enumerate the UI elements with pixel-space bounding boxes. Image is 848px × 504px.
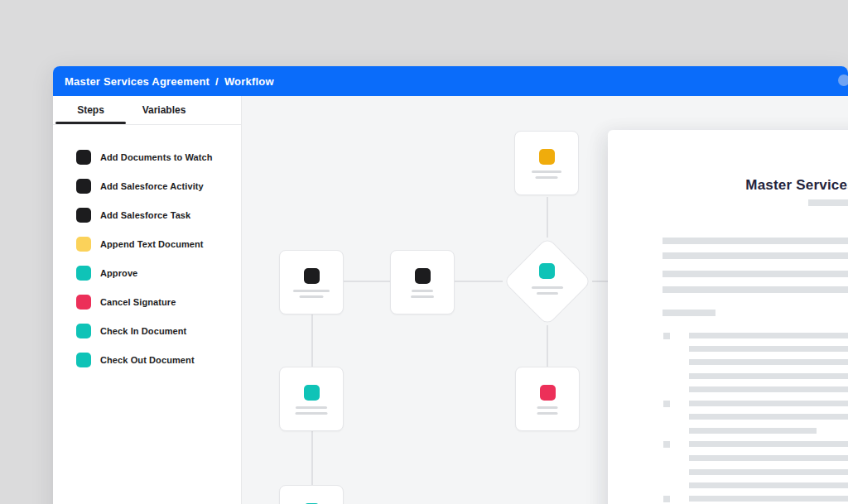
node-label-placeholder — [532, 286, 563, 289]
document-text-placeholder — [689, 441, 848, 447]
workflow-node-decision[interactable] — [503, 237, 592, 326]
step-item-check-out-document[interactable]: Check Out Document — [53, 345, 241, 374]
node-label-placeholder — [537, 292, 558, 295]
step-item-add-documents-to-watch[interactable]: Add Documents to Watch — [53, 142, 241, 171]
document-text-placeholder — [662, 252, 848, 259]
workflow-node-top[interactable] — [514, 131, 579, 195]
step-item-add-salesforce-activity[interactable]: Add Salesforce Activity — [53, 171, 241, 200]
step-type-icon — [76, 295, 91, 310]
step-item-label: Add Salesforce Task — [100, 210, 190, 220]
document-bullet — [663, 441, 670, 448]
step-item-append-text-document[interactable]: Append Text Document — [53, 229, 241, 258]
workflow-node-bottom-right[interactable] — [515, 367, 580, 431]
step-item-approve[interactable]: Approve — [53, 258, 241, 287]
node-step-icon — [304, 268, 320, 284]
workflow-node-middle[interactable] — [390, 250, 455, 314]
step-type-icon — [76, 179, 91, 194]
node-label-placeholder — [412, 290, 433, 292]
step-type-icon — [76, 150, 91, 165]
node-step-icon — [415, 268, 431, 284]
node-label-placeholder — [536, 176, 558, 179]
document-bullet — [663, 496, 670, 502]
document-text-placeholder — [662, 271, 848, 277]
workflow-node-bottom-left[interactable] — [279, 367, 344, 431]
node-step-icon — [304, 385, 320, 401]
connector-line — [311, 314, 313, 367]
document-text-placeholder — [689, 496, 848, 502]
step-type-icon — [76, 353, 91, 367]
workflow-node-partial[interactable] — [279, 485, 344, 504]
step-list: Add Documents to Watch Add Salesforce Ac… — [53, 125, 241, 374]
node-label-placeholder — [532, 170, 561, 173]
document-text-placeholder — [662, 310, 716, 316]
tab-bar: Steps Variables — [53, 96, 241, 125]
step-item-label: Check Out Document — [100, 355, 195, 365]
document-text-placeholder — [689, 455, 848, 461]
node-label-placeholder — [411, 295, 434, 298]
decision-diamond-shape — [503, 237, 591, 325]
connector-line — [547, 197, 548, 238]
document-text-placeholder — [689, 373, 848, 379]
step-item-cancel-signature[interactable]: Cancel Signature — [53, 287, 241, 316]
notification-dot — [838, 74, 848, 86]
document-text-placeholder — [689, 401, 848, 406]
document-text-placeholder — [662, 238, 848, 244]
step-item-add-salesforce-task[interactable]: Add Salesforce Task — [53, 200, 241, 229]
document-bullet — [663, 333, 670, 339]
node-label-placeholder — [537, 406, 558, 409]
sidebar: Steps Variables Add Documents to Watch A… — [53, 96, 242, 504]
document-title: Master Services Agreement — [608, 177, 848, 194]
step-item-label: Cancel Signature — [100, 297, 176, 307]
document-text-placeholder — [689, 414, 848, 420]
document-text-placeholder — [689, 333, 848, 338]
connector-line — [344, 281, 390, 282]
app-header: Master Services Agreement / Workflow — [53, 66, 848, 96]
document-text-placeholder — [689, 346, 848, 352]
document-text-placeholder — [662, 286, 848, 293]
step-item-label: Add Salesforce Activity — [100, 181, 204, 191]
tab-variables[interactable]: Variables — [126, 96, 202, 124]
workflow-node-left[interactable] — [279, 250, 344, 314]
step-type-icon — [76, 208, 91, 223]
document-subtitle-placeholder — [808, 199, 848, 206]
node-label-placeholder — [293, 290, 330, 292]
document-text-placeholder — [689, 359, 848, 365]
step-item-label: Check In Document — [100, 326, 186, 336]
step-item-check-in-document[interactable]: Check In Document — [53, 316, 241, 345]
connector-line — [547, 325, 548, 367]
breadcrumb-item-workflow: Workflow — [224, 75, 274, 88]
node-step-icon — [539, 149, 555, 165]
connector-line — [455, 281, 503, 282]
node-label-placeholder — [537, 412, 558, 415]
tab-steps[interactable]: Steps — [55, 96, 126, 124]
step-item-label: Add Documents to Watch — [100, 152, 213, 162]
app-window: Master Services Agreement / Workflow Ste… — [53, 66, 848, 504]
step-type-icon — [76, 266, 91, 281]
document-text-placeholder — [689, 469, 848, 475]
document-preview[interactable]: Master Services Agreement — [608, 130, 848, 504]
connector-line — [311, 431, 313, 486]
breadcrumb-item-agreement[interactable]: Master Services Agreement — [65, 75, 210, 88]
node-label-placeholder — [300, 295, 324, 298]
node-label-placeholder — [296, 412, 328, 415]
step-type-icon — [76, 324, 91, 338]
breadcrumb: Master Services Agreement / Workflow — [65, 75, 274, 88]
document-text-placeholder — [689, 428, 817, 434]
breadcrumb-separator: / — [215, 75, 219, 88]
node-label-placeholder — [296, 406, 327, 409]
step-item-label: Approve — [100, 268, 137, 278]
document-text-placeholder — [689, 482, 848, 488]
step-item-label: Append Text Document — [100, 239, 204, 249]
node-step-icon — [539, 263, 555, 279]
document-text-placeholder — [689, 386, 848, 392]
step-type-icon — [76, 237, 91, 252]
node-step-icon — [540, 385, 556, 401]
document-bullet — [663, 401, 670, 407]
